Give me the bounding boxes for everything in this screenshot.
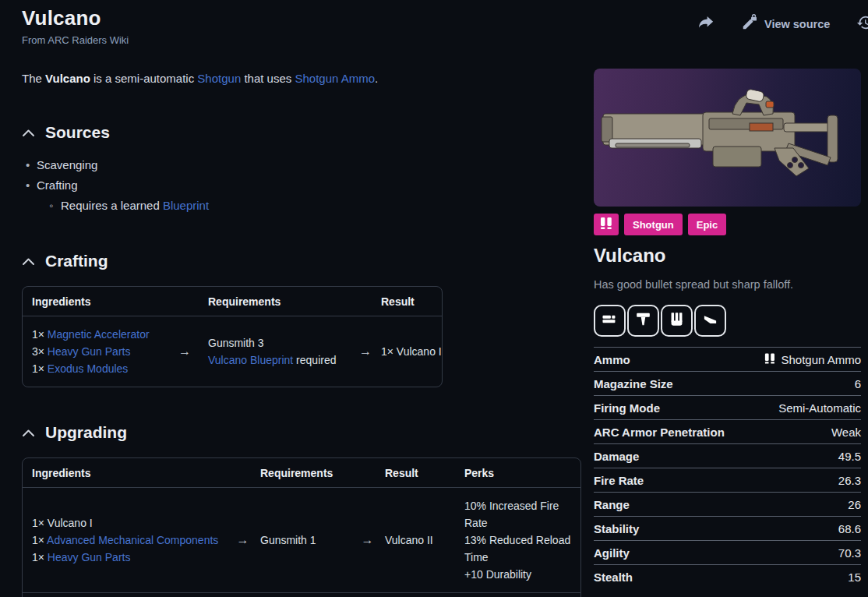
stat-row-stability: Stability 68.6 xyxy=(594,516,861,540)
perks-cell: 10% Increased Fire Rate 13% Reduced Relo… xyxy=(455,488,578,592)
share-button[interactable] xyxy=(697,14,715,34)
perk-text: 10% Increased Fire Rate xyxy=(464,497,572,532)
view-source-label: View source xyxy=(764,18,830,30)
magazine-slot-button[interactable] xyxy=(661,305,693,337)
share-icon xyxy=(697,14,715,34)
result-cell: Vulcano II xyxy=(385,522,455,558)
sight-icon xyxy=(633,309,653,332)
history-icon xyxy=(856,14,868,34)
perk-text: 13% Reduced Reload Time xyxy=(464,532,572,566)
crafting-table: Ingredients Requirements Result 1× Magne… xyxy=(22,286,443,387)
stat-row-firing-mode: Firing Mode Semi-Automatic xyxy=(594,395,861,419)
stat-value: 68.6 xyxy=(838,522,861,535)
intro-paragraph: The Vulcano is a semi-automatic Shotgun … xyxy=(22,70,584,87)
column-header: Result xyxy=(385,458,455,487)
stat-value-text: Shotgun Ammo xyxy=(781,353,861,366)
ingredient-link[interactable]: Heavy Gun Parts xyxy=(48,345,131,358)
category-badge-shotgun[interactable]: Shotgun xyxy=(624,214,683,235)
collapse-chevron-icon[interactable] xyxy=(22,129,35,137)
ingredient-link[interactable]: Advanced Mechanical Components xyxy=(47,534,218,546)
stock-slot-button[interactable] xyxy=(694,305,726,337)
stat-label: Damage xyxy=(594,450,639,463)
stat-label: Stability xyxy=(594,522,639,535)
upgrading-heading: Upgrading xyxy=(45,423,127,442)
crafting-table-header: Ingredients Requirements Result xyxy=(23,287,442,316)
stat-label: Stealth xyxy=(594,571,633,584)
article-content: The Vulcano is a semi-automatic Shotgun … xyxy=(22,70,584,597)
view-source-button[interactable]: View source xyxy=(741,14,830,34)
shotgun-link[interactable]: Shotgun xyxy=(197,72,241,85)
crafting-section-header: Crafting xyxy=(22,252,584,270)
requirement-suffix: required xyxy=(293,354,336,366)
shotgun-shells-icon xyxy=(764,352,775,367)
sources-section-header: Sources xyxy=(22,123,584,142)
stat-row-agility: Agility 70.3 xyxy=(594,540,861,564)
upgrading-table: Ingredients Requirements Result Perks 1×… xyxy=(22,457,581,597)
shotgun-ammo-link[interactable]: Shotgun Ammo xyxy=(295,72,375,85)
stat-label: Ammo xyxy=(594,353,630,366)
stat-value: Shotgun Ammo xyxy=(764,352,861,367)
ingredient-text: Vulcano I xyxy=(48,517,93,529)
page-header: Vulcano From ARC Raiders Wiki xyxy=(22,6,129,46)
ingredient-link[interactable]: Heavy Gun Parts xyxy=(48,551,131,563)
list-item: Crafting Requires a learned Blueprint xyxy=(22,175,584,216)
intro-text: . xyxy=(375,72,378,85)
column-header: Requirements xyxy=(260,458,350,487)
stat-label: Firing Mode xyxy=(594,401,660,415)
blueprint-link[interactable]: Blueprint xyxy=(163,199,209,212)
stat-row-range: Range 26 xyxy=(594,492,861,516)
stat-value: Semi-Automatic xyxy=(778,401,861,415)
upgrading-section-header: Upgrading xyxy=(22,423,584,442)
weapon-image[interactable] xyxy=(594,69,861,207)
stat-row-fire-rate: Fire Rate 26.3 xyxy=(594,468,861,492)
stat-label: Agility xyxy=(594,546,630,560)
collapse-chevron-icon[interactable] xyxy=(22,257,35,266)
page-title: Vulcano xyxy=(22,6,129,30)
sources-heading: Sources xyxy=(45,123,110,142)
stat-row-magazine-size: Magazine Size 6 xyxy=(594,371,861,395)
upgrading-table-row: 1× Vulcano II 3× Advanced Mechanical 20%… xyxy=(23,592,580,597)
stat-value: 70.3 xyxy=(838,546,861,560)
view-history-button[interactable]: View history xyxy=(856,14,868,34)
column-header: Perks xyxy=(455,458,578,487)
column-header: Ingredients xyxy=(23,287,169,316)
upgrading-table-header: Ingredients Requirements Result Perks xyxy=(23,458,580,488)
stat-value: 26 xyxy=(848,498,861,511)
muzzle-icon xyxy=(600,309,619,332)
list-item: Scavenging xyxy=(22,155,584,175)
wiki-page: Vulcano From ARC Raiders Wiki View sourc… xyxy=(0,0,868,597)
ammo-type-badge[interactable] xyxy=(594,214,619,235)
stat-label: ARC Armor Penetration xyxy=(594,426,725,439)
result-cell: 1× Vulcano I xyxy=(381,334,442,369)
weapon-infobox: Shotgun Epic Vulcano Has good bullet spr… xyxy=(594,69,861,588)
ingredient-link[interactable]: Magnetic Accelerator xyxy=(48,328,150,341)
crafting-heading: Crafting xyxy=(45,252,108,270)
sight-slot-button[interactable] xyxy=(627,305,659,337)
stat-value: 15 xyxy=(848,571,861,584)
stat-row-damage: Damage 49.5 xyxy=(594,443,861,468)
sub-item-text: Requires a learned xyxy=(61,199,163,212)
muzzle-slot-button[interactable] xyxy=(594,305,626,337)
intro-text: that uses xyxy=(241,72,295,85)
quantity: 1× xyxy=(32,534,47,546)
blueprint-requirement-link[interactable]: Vulcano Blueprint xyxy=(208,354,293,366)
stat-row-arc-armor-penetration: ARC Armor Penetration Weak xyxy=(594,419,861,443)
quantity: 1× xyxy=(32,362,48,375)
collapse-chevron-icon[interactable] xyxy=(22,429,35,437)
arrow-glyph: → xyxy=(169,344,200,359)
stock-icon xyxy=(700,309,720,332)
column-header: Ingredients xyxy=(23,458,225,487)
requirements-cell: Gunsmith 1 xyxy=(260,522,350,558)
perks-cell: 20% Increased Fire Rate 26% Reduced Relo… xyxy=(455,593,578,597)
stat-value: 26.3 xyxy=(838,474,861,487)
ingredient-link[interactable]: Exodus Modules xyxy=(48,362,129,375)
weapon-name-bold: Vulcano xyxy=(45,72,90,85)
stat-label: Range xyxy=(594,498,630,511)
rarity-badge-epic[interactable]: Epic xyxy=(688,214,726,235)
arrow-glyph: → xyxy=(225,533,260,547)
page-actions: View source View history xyxy=(697,14,868,34)
badge-row: Shotgun Epic xyxy=(594,214,861,235)
stat-row-stealth: Stealth 15 xyxy=(594,564,861,588)
perk-text: +10 Durability xyxy=(464,566,572,583)
column-header: Result xyxy=(381,287,442,316)
